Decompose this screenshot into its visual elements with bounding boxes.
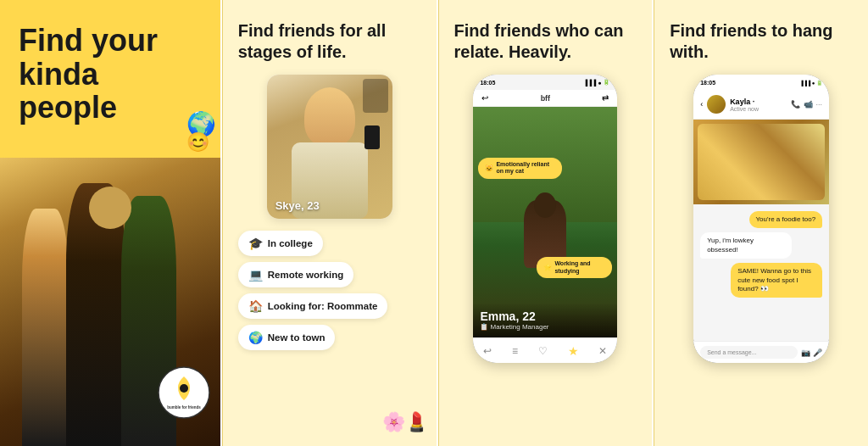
rewind-icon: ↩ [483,345,492,357]
profile-overlay: Emma, 22 📋 Marketing Manager [473,303,617,337]
chat-input-placeholder[interactable]: Send a message... [700,346,798,359]
working-studying-badge: ⭐ Working and studying [537,257,612,278]
world-icon: 🌍 [248,331,263,344]
status-time: 18:05 [480,80,495,86]
status-icons: ▐▐▐ ● 🔋 [583,79,610,86]
panel3-headline: Find friends who can relate. Heavily. [454,20,637,63]
profile-card-name: Skye, 23 [275,199,320,212]
message-sent-1: You're a foodie too? [749,211,823,228]
panel-all-stages: Find friends for all stages of life. Sky… [222,0,438,446]
camera-icon: 📷 [801,348,810,357]
sticker-illustration: 🌍 😊 [186,110,216,153]
chat-avatar [707,95,726,114]
decorative-stickers: 🌸💄 [382,411,428,433]
profile-photo-card: Skye, 23 [267,75,392,219]
profile-phone-screen: 18:05 ▐▐▐ ● 🔋 ↩ bff ⇄ [473,75,617,363]
panel-can-relate: Find friends who can relate. Heavily. 18… [438,0,654,446]
chat-active-status: Active now [730,106,786,112]
svg-text:bumble for friends: bumble for friends [167,405,201,410]
roommate-icon: 🏠 [248,299,263,313]
phone-icon: 📞 [791,100,800,109]
menu-icon: ≡ [512,345,518,357]
chat-input-bar: Send a message... 📷 🎤 [693,341,829,363]
tag-in-college: 🎓 In college [238,231,323,256]
chat-user-info: Kayla · Active now [730,98,786,112]
profile-job: 📋 Marketing Manager [480,323,610,331]
panel-find-your-people: Find your kinda people 🌍 😊 bumble for fr… [0,0,222,446]
back-icon: ↩ [481,93,488,103]
chat-phone-screen: 18:05 ▐▐▐ ● 🔋 ‹ Kayla · Active now 📞 📹 ·… [693,75,829,363]
heart-icon: ♡ [538,345,548,357]
tag-new-to-town: 🌍 New to town [238,325,336,350]
profile-name: Emma, 22 [480,309,610,323]
panel2-headline: Find friends for all stages of life. [238,20,421,63]
panel-hang-with: Find friends to hang with. 18:05 ▐▐▐ ● 🔋… [654,0,868,446]
action-bar: ↩ ≡ ♡ ★ ✕ [473,337,617,363]
mic-icon: 🎤 [813,348,822,357]
chat-header: ‹ Kayla · Active now 📞 📹 ··· [693,90,829,120]
star-icon: ★ [568,344,579,358]
panel1-headline: Find your kinda people [19,24,202,125]
college-icon: 🎓 [248,237,263,250]
profile-card: 🐱 Emotionally reliant on my cat New here… [473,107,617,337]
svg-point-1 [180,384,188,393]
more-icon: ··· [816,100,823,109]
bff-label: bff [541,94,551,103]
video-icon: 📹 [804,100,813,109]
remote-icon: 💻 [248,268,263,282]
chat-input-icons: 📷 🎤 [801,348,822,357]
message-sent-2: SAME! Wanna go to this cute new food spo… [731,263,822,298]
shared-photo [693,120,829,204]
status-bar: 18:05 ▐▐▐ ● 🔋 [473,75,617,90]
chat-status-time: 18:05 [700,80,715,86]
bumble-circle-badge: bumble for friends [158,366,210,422]
x-icon: ✕ [598,345,607,357]
chat-back-icon: ‹ [700,100,703,109]
interest-tags: 🎓 In college 💻 Remote working 🏠 Looking … [238,231,421,350]
tag-looking-for-roommate: 🏠 Looking for: Roommate [238,293,388,319]
message-received-1: Yup, i'm lowkey obsessed! [700,232,792,259]
panel4-headline: Find friends to hang with. [670,20,853,63]
chat-name: Kayla · [730,98,786,106]
settings-icon: ⇄ [602,93,609,103]
chat-status-bar: 18:05 ▐▐▐ ● 🔋 [693,75,829,90]
app-header: ↩ bff ⇄ [473,90,617,107]
chat-screen-inner: 18:05 ▐▐▐ ● 🔋 ‹ Kayla · Active now 📞 📹 ·… [693,75,829,363]
chat-action-icons: 📞 📹 ··· [791,100,823,109]
chat-messages: You're a foodie too? Yup, i'm lowkey obs… [693,204,829,341]
tag-remote-working: 💻 Remote working [238,262,353,287]
selfie-photo [267,75,392,219]
emotionally-reliant-badge: 🐱 Emotionally reliant on my cat [478,158,562,179]
phone-inner: 18:05 ▐▐▐ ● 🔋 ↩ bff ⇄ [473,75,617,363]
